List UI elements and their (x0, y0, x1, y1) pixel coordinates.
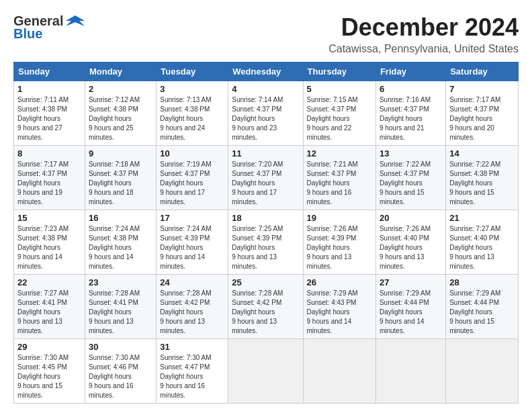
day-info: Sunrise: 7:17 AM Sunset: 4:37 PM Dayligh… (449, 95, 515, 142)
day-number: 9 (89, 148, 152, 158)
day-info: Sunrise: 7:18 AM Sunset: 4:37 PM Dayligh… (89, 160, 152, 207)
day-number: 4 (232, 84, 299, 94)
col-saturday: Saturday (446, 62, 519, 81)
table-row: 14 Sunrise: 7:22 AM Sunset: 4:38 PM Dayl… (446, 146, 519, 210)
table-row: 12 Sunrise: 7:21 AM Sunset: 4:37 PM Dayl… (303, 146, 375, 210)
table-row: 4 Sunrise: 7:14 AM Sunset: 4:37 PM Dayli… (228, 81, 303, 146)
day-info: Sunrise: 7:29 AM Sunset: 4:44 PM Dayligh… (449, 289, 515, 336)
day-info: Sunrise: 7:14 AM Sunset: 4:37 PM Dayligh… (232, 95, 299, 142)
day-number: 21 (449, 213, 515, 223)
logo: General Blue (13, 13, 85, 42)
day-number: 25 (232, 277, 299, 287)
day-info: Sunrise: 7:23 AM Sunset: 4:38 PM Dayligh… (17, 224, 81, 271)
table-row: 27 Sunrise: 7:29 AM Sunset: 4:44 PM Dayl… (375, 275, 445, 339)
table-row: 23 Sunrise: 7:28 AM Sunset: 4:41 PM Dayl… (85, 275, 156, 339)
table-row (228, 339, 303, 404)
table-row: 7 Sunrise: 7:17 AM Sunset: 4:37 PM Dayli… (446, 81, 519, 146)
day-number: 8 (17, 148, 81, 158)
table-row: 30 Sunrise: 7:30 AM Sunset: 4:46 PM Dayl… (85, 339, 156, 404)
col-wednesday: Wednesday (228, 62, 303, 81)
day-number: 30 (89, 342, 152, 352)
table-row: 25 Sunrise: 7:28 AM Sunset: 4:42 PM Dayl… (228, 275, 303, 339)
day-info: Sunrise: 7:24 AM Sunset: 4:39 PM Dayligh… (160, 224, 224, 271)
calendar-week-1: 1 Sunrise: 7:11 AM Sunset: 4:38 PM Dayli… (14, 81, 519, 146)
calendar-week-3: 15 Sunrise: 7:23 AM Sunset: 4:38 PM Dayl… (14, 210, 519, 275)
day-info: Sunrise: 7:22 AM Sunset: 4:37 PM Dayligh… (380, 160, 442, 207)
day-info: Sunrise: 7:26 AM Sunset: 4:39 PM Dayligh… (307, 224, 372, 271)
day-info: Sunrise: 7:16 AM Sunset: 4:37 PM Dayligh… (380, 95, 442, 142)
day-info: Sunrise: 7:15 AM Sunset: 4:37 PM Dayligh… (307, 95, 372, 142)
table-row (446, 339, 519, 404)
day-info: Sunrise: 7:28 AM Sunset: 4:42 PM Dayligh… (160, 289, 224, 336)
day-info: Sunrise: 7:27 AM Sunset: 4:40 PM Dayligh… (449, 224, 515, 271)
day-info: Sunrise: 7:17 AM Sunset: 4:37 PM Dayligh… (17, 160, 81, 207)
day-number: 29 (17, 342, 81, 352)
logo-bird-icon (66, 14, 85, 29)
day-number: 15 (17, 213, 81, 223)
day-number: 16 (89, 213, 152, 223)
day-number: 2 (89, 84, 152, 94)
table-row: 20 Sunrise: 7:26 AM Sunset: 4:40 PM Dayl… (375, 210, 445, 275)
day-info: Sunrise: 7:29 AM Sunset: 4:43 PM Dayligh… (307, 289, 372, 336)
day-info: Sunrise: 7:28 AM Sunset: 4:42 PM Dayligh… (232, 289, 299, 336)
day-number: 3 (160, 84, 224, 94)
col-thursday: Thursday (303, 62, 375, 81)
day-number: 31 (160, 342, 224, 352)
col-friday: Friday (375, 62, 445, 81)
table-row: 29 Sunrise: 7:30 AM Sunset: 4:45 PM Dayl… (14, 339, 85, 404)
table-row: 15 Sunrise: 7:23 AM Sunset: 4:38 PM Dayl… (14, 210, 85, 275)
col-monday: Monday (85, 62, 156, 81)
table-row: 5 Sunrise: 7:15 AM Sunset: 4:37 PM Dayli… (303, 81, 375, 146)
col-sunday: Sunday (14, 62, 85, 81)
table-row: 11 Sunrise: 7:20 AM Sunset: 4:37 PM Dayl… (228, 146, 303, 210)
day-info: Sunrise: 7:30 AM Sunset: 4:47 PM Dayligh… (160, 353, 224, 400)
location-subtitle: Catawissa, Pennsylvania, United States (328, 43, 519, 55)
table-row: 3 Sunrise: 7:13 AM Sunset: 4:38 PM Dayli… (157, 81, 228, 146)
day-info: Sunrise: 7:28 AM Sunset: 4:41 PM Dayligh… (89, 289, 152, 336)
table-row: 6 Sunrise: 7:16 AM Sunset: 4:37 PM Dayli… (375, 81, 445, 146)
day-info: Sunrise: 7:30 AM Sunset: 4:45 PM Dayligh… (17, 353, 81, 400)
table-row: 22 Sunrise: 7:27 AM Sunset: 4:41 PM Dayl… (14, 275, 85, 339)
table-row: 17 Sunrise: 7:24 AM Sunset: 4:39 PM Dayl… (157, 210, 228, 275)
table-row: 2 Sunrise: 7:12 AM Sunset: 4:38 PM Dayli… (85, 81, 156, 146)
table-row (303, 339, 375, 404)
calendar-week-4: 22 Sunrise: 7:27 AM Sunset: 4:41 PM Dayl… (14, 275, 519, 339)
table-row (375, 339, 445, 404)
table-row: 24 Sunrise: 7:28 AM Sunset: 4:42 PM Dayl… (157, 275, 228, 339)
table-row: 16 Sunrise: 7:24 AM Sunset: 4:38 PM Dayl… (85, 210, 156, 275)
day-number: 24 (160, 277, 224, 287)
day-number: 6 (380, 84, 442, 94)
day-info: Sunrise: 7:13 AM Sunset: 4:38 PM Dayligh… (160, 95, 224, 142)
day-info: Sunrise: 7:29 AM Sunset: 4:44 PM Dayligh… (380, 289, 442, 336)
day-number: 5 (307, 84, 372, 94)
day-info: Sunrise: 7:21 AM Sunset: 4:37 PM Dayligh… (307, 160, 372, 207)
table-row: 26 Sunrise: 7:29 AM Sunset: 4:43 PM Dayl… (303, 275, 375, 339)
day-info: Sunrise: 7:24 AM Sunset: 4:38 PM Dayligh… (89, 224, 152, 271)
page-header: General Blue December 2024 Catawissa, Pe… (13, 13, 519, 55)
day-info: Sunrise: 7:25 AM Sunset: 4:39 PM Dayligh… (232, 224, 299, 271)
day-info: Sunrise: 7:19 AM Sunset: 4:37 PM Dayligh… (160, 160, 224, 207)
day-info: Sunrise: 7:30 AM Sunset: 4:46 PM Dayligh… (89, 353, 152, 400)
table-row: 9 Sunrise: 7:18 AM Sunset: 4:37 PM Dayli… (85, 146, 156, 210)
col-tuesday: Tuesday (157, 62, 228, 81)
calendar-table: Sunday Monday Tuesday Wednesday Thursday… (13, 62, 519, 404)
day-number: 1 (17, 84, 81, 94)
day-info: Sunrise: 7:22 AM Sunset: 4:38 PM Dayligh… (449, 160, 515, 207)
day-number: 23 (89, 277, 152, 287)
day-number: 26 (307, 277, 372, 287)
day-number: 10 (160, 148, 224, 158)
day-number: 28 (449, 277, 515, 287)
table-row: 10 Sunrise: 7:19 AM Sunset: 4:37 PM Dayl… (157, 146, 228, 210)
day-info: Sunrise: 7:26 AM Sunset: 4:40 PM Dayligh… (380, 224, 442, 271)
day-info: Sunrise: 7:27 AM Sunset: 4:41 PM Dayligh… (17, 289, 81, 336)
svg-marker-0 (66, 15, 85, 26)
table-row: 1 Sunrise: 7:11 AM Sunset: 4:38 PM Dayli… (14, 81, 85, 146)
day-info: Sunrise: 7:11 AM Sunset: 4:38 PM Dayligh… (17, 95, 81, 142)
table-row: 31 Sunrise: 7:30 AM Sunset: 4:47 PM Dayl… (157, 339, 228, 404)
title-area: December 2024 Catawissa, Pennsylvania, U… (328, 13, 519, 55)
day-number: 17 (160, 213, 224, 223)
day-number: 18 (232, 213, 299, 223)
day-number: 20 (380, 213, 442, 223)
month-title: December 2024 (328, 13, 519, 42)
day-number: 27 (380, 277, 442, 287)
